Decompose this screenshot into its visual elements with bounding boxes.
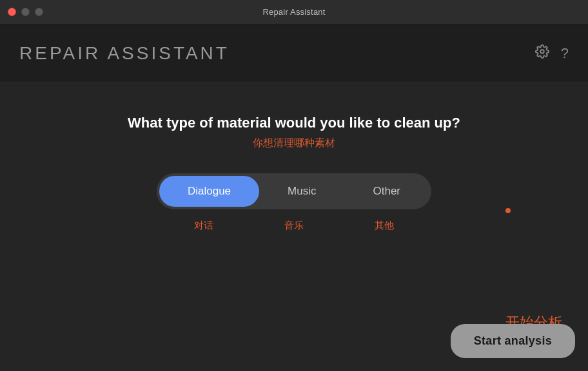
- header-icons: ?: [535, 44, 569, 62]
- title-bar: Repair Assistant: [0, 0, 588, 24]
- traffic-lights: [8, 8, 43, 16]
- material-labels: 对话 音乐 其他: [159, 220, 429, 232]
- maximize-button[interactable]: [35, 8, 43, 16]
- question-text: What type of material would you like to …: [128, 115, 460, 131]
- music-button[interactable]: Music: [259, 176, 344, 207]
- main-content: What type of material would you like to …: [0, 82, 588, 371]
- start-analysis-button[interactable]: Start analysis: [451, 324, 575, 358]
- other-button[interactable]: Other: [344, 176, 429, 207]
- question-subtitle: 你想清理哪种素材: [253, 137, 335, 150]
- other-label-chinese: 其他: [339, 220, 429, 232]
- music-label-chinese: 音乐: [249, 220, 339, 232]
- app-header: REPAIR ASSISTANT ?: [0, 24, 588, 82]
- help-icon[interactable]: ?: [561, 45, 569, 62]
- minimize-button[interactable]: [21, 8, 30, 16]
- app-title: REPAIR ASSISTANT: [19, 43, 230, 64]
- close-button[interactable]: [8, 8, 16, 16]
- dialogue-label-chinese: 对话: [159, 220, 249, 232]
- red-dot-indicator: [505, 208, 511, 213]
- window-title: Repair Assistant: [262, 7, 325, 17]
- gear-icon[interactable]: [535, 44, 549, 62]
- svg-point-0: [540, 50, 544, 53]
- dialogue-button[interactable]: Dialogue: [159, 176, 259, 207]
- material-options: Dialogue Music Other: [157, 173, 431, 209]
